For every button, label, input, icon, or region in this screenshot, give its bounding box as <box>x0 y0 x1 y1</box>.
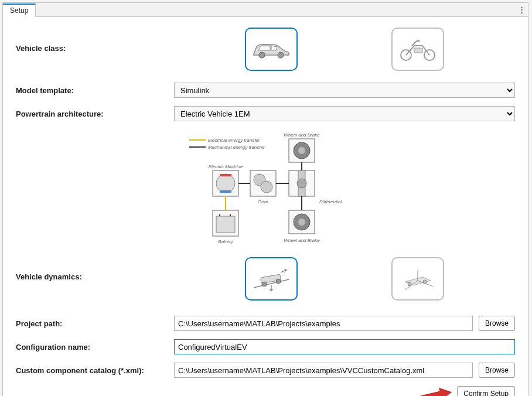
svg-rect-15 <box>220 190 231 193</box>
vehicle-dynamics-2d-option[interactable] <box>245 257 298 301</box>
svg-text:Gear: Gear <box>258 199 268 204</box>
vehicle-class-motorcycle-option[interactable] <box>391 28 444 71</box>
svg-point-41 <box>276 279 281 284</box>
catalog-label: Custom component catalog (*.xml): <box>16 366 168 375</box>
dynamics-3d-icon <box>397 264 439 293</box>
svg-rect-25 <box>216 216 235 233</box>
model-template-label: Model template: <box>16 86 168 95</box>
svg-rect-14 <box>220 174 231 176</box>
powertrain-label: Powertrain architecture: <box>16 110 168 118</box>
svg-rect-4 <box>414 48 422 53</box>
model-template-select[interactable]: Simulink <box>174 83 515 98</box>
powertrain-diagram: Electrical energy transfer Mechanical en… <box>16 129 515 247</box>
tab-setup[interactable]: Setup <box>3 4 36 17</box>
svg-point-3 <box>424 50 435 60</box>
svg-point-10 <box>298 147 305 154</box>
legend-electrical: Electrical energy transfer <box>208 138 260 143</box>
svg-point-13 <box>216 174 235 193</box>
vehicle-dynamics-3d-option[interactable] <box>391 257 444 301</box>
project-path-input[interactable] <box>174 316 473 331</box>
powertrain-select[interactable]: Electric Vehicle 1EM <box>174 106 515 121</box>
svg-text:Wheel and Brake: Wheel and Brake <box>284 238 320 243</box>
svg-text:Battery: Battery <box>218 239 233 244</box>
svg-text:Wheel and Brake: Wheel and Brake <box>284 132 320 138</box>
catalog-browse-button[interactable]: Browse <box>479 363 515 378</box>
dynamics-2d-icon <box>250 264 292 293</box>
arrow-icon <box>418 387 453 396</box>
vehicle-class-car-option[interactable] <box>245 28 298 71</box>
setup-window: Setup ⋮ Vehicle class: <box>2 2 528 396</box>
svg-point-22 <box>297 179 306 188</box>
svg-point-0 <box>259 52 265 58</box>
confirm-setup-button[interactable]: Confirm Setup <box>457 386 515 396</box>
svg-point-1 <box>278 52 284 58</box>
content-panel: Vehicle class: <box>3 17 528 396</box>
tab-bar: Setup ⋮ <box>3 3 528 17</box>
svg-point-40 <box>262 282 267 286</box>
project-path-label: Project path: <box>16 319 168 328</box>
config-name-input[interactable] <box>174 339 515 354</box>
svg-point-31 <box>298 219 305 226</box>
vehicle-class-label: Vehicle class: <box>16 28 168 53</box>
motorcycle-icon <box>397 36 439 62</box>
svg-text:Differential: Differential <box>319 199 342 204</box>
kebab-menu-icon[interactable]: ⋮ <box>515 5 528 14</box>
config-name-label: Configuration name: <box>16 343 168 351</box>
project-path-browse-button[interactable]: Browse <box>479 316 515 331</box>
catalog-input[interactable] <box>174 363 473 378</box>
svg-text:Electric Machine: Electric Machine <box>209 164 243 169</box>
legend-mechanical: Mechanical energy transfer <box>208 145 265 150</box>
vehicle-dynamics-label: Vehicle dynamics: <box>16 257 168 281</box>
car-icon <box>250 37 292 61</box>
svg-point-18 <box>261 181 272 193</box>
